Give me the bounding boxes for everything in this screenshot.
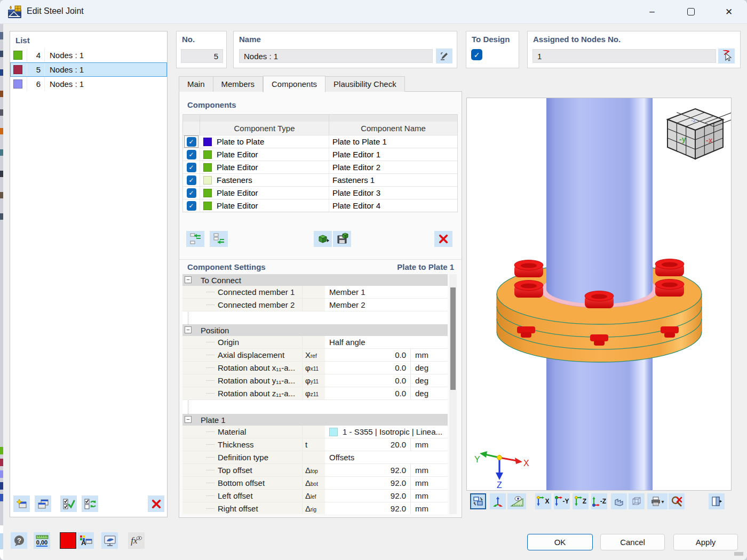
delete-joint-button[interactable] bbox=[148, 495, 164, 512]
view-x-button[interactable]: X bbox=[535, 493, 551, 509]
row-checkbox[interactable]: ✓ bbox=[187, 201, 196, 211]
setting-value[interactable]: Half angle bbox=[325, 336, 448, 348]
setting-value[interactable]: 92.0 bbox=[325, 502, 410, 514]
joint-list-panel: List 4 Nodes : 1 5 Nodes : 1 6 Nodes : 1 bbox=[10, 31, 168, 517]
to-design-checkbox[interactable]: ✓ bbox=[471, 49, 482, 60]
column-component-type: Component Type bbox=[200, 122, 329, 135]
check-icon: ✓ bbox=[188, 151, 194, 158]
row-checkbox[interactable]: ✓ bbox=[187, 163, 196, 172]
arrow-insert-below-icon bbox=[212, 233, 225, 245]
resize-grip[interactable] bbox=[734, 552, 743, 556]
setting-value[interactable]: 0.0 bbox=[325, 374, 410, 387]
setting-row: Axial displacement Xref 0.0 mm bbox=[182, 349, 448, 362]
row-checkbox[interactable]: ✓ bbox=[187, 188, 196, 198]
select-nodes-button[interactable] bbox=[718, 49, 735, 63]
display-settings-button[interactable] bbox=[101, 532, 118, 549]
assigned-nodes-field[interactable]: 1 bbox=[533, 49, 716, 63]
view-z-button[interactable]: Z bbox=[573, 493, 589, 509]
collapse-icon[interactable]: − bbox=[185, 276, 192, 283]
tab-components[interactable]: Components bbox=[263, 76, 325, 92]
setting-row: Definition type Offsets bbox=[182, 451, 448, 464]
setting-value[interactable]: 92.0 bbox=[325, 464, 410, 476]
setting-value[interactable]: 0.0 bbox=[325, 349, 410, 361]
cancel-zoom-button[interactable] bbox=[669, 493, 685, 509]
table-row[interactable]: ✓ Plate Editor Plate Editor 1 bbox=[183, 148, 457, 161]
setting-value[interactable]: 20.0 bbox=[325, 438, 410, 451]
rename-button[interactable] bbox=[436, 49, 452, 63]
copy-joint-button[interactable] bbox=[35, 495, 51, 512]
name-field[interactable]: Nodes : 1 bbox=[239, 49, 433, 63]
color-swatch-button[interactable] bbox=[60, 532, 76, 549]
select-all-button[interactable] bbox=[60, 495, 77, 512]
display-properties-button[interactable]: A bbox=[77, 532, 94, 549]
list-item-5-selected[interactable]: 5 Nodes : 1 bbox=[10, 62, 167, 77]
group-header[interactable]: − Plate 1 bbox=[182, 414, 448, 426]
list-item-4[interactable]: 4 Nodes : 1 bbox=[10, 48, 167, 62]
setting-value[interactable]: 0.0 bbox=[325, 387, 410, 399]
table-row[interactable]: ✓ Fasteners Fasteners 1 bbox=[183, 173, 457, 186]
coordinate-system-button[interactable] bbox=[490, 493, 506, 509]
view-settings-button[interactable] bbox=[507, 493, 526, 509]
scrollbar-thumb[interactable] bbox=[450, 287, 456, 390]
tab-main[interactable]: Main bbox=[179, 76, 213, 92]
insert-component-above-button[interactable] bbox=[186, 231, 204, 247]
list-item-6[interactable]: 6 Nodes : 1 bbox=[10, 77, 167, 91]
units-settings-button[interactable]: 0,00 bbox=[34, 532, 50, 549]
edit-steel-joint-dialog: Edit Steel Joint – ✕ List 4 Nodes : 1 5 … bbox=[0, 0, 747, 560]
row-checkbox[interactable]: ✓ bbox=[187, 137, 196, 147]
side-panel-button[interactable] bbox=[709, 493, 725, 509]
tab-members[interactable]: Members bbox=[213, 76, 264, 92]
setting-value[interactable]: Member 2 bbox=[325, 299, 448, 311]
setting-value[interactable]: 1 - S355 | Isotropic | Linea... bbox=[325, 426, 448, 438]
group-header[interactable]: − Position bbox=[182, 324, 448, 336]
help-button[interactable]: ? bbox=[11, 532, 27, 549]
print-button[interactable]: ▾ bbox=[647, 493, 667, 509]
view-minus-z-button[interactable]: -Z bbox=[591, 493, 607, 509]
import-component-button[interactable] bbox=[314, 231, 332, 247]
setting-row: Origin Half angle bbox=[182, 336, 448, 349]
invert-selection-button[interactable] bbox=[82, 495, 98, 512]
fit-view-button[interactable] bbox=[470, 493, 486, 509]
table-row[interactable]: ✓ Plate to Plate Plate to Plate 1 bbox=[183, 135, 457, 148]
apply-button[interactable]: Apply bbox=[673, 534, 738, 550]
insert-component-below-button[interactable] bbox=[210, 231, 228, 247]
setting-value[interactable]: 0.0 bbox=[325, 362, 410, 374]
group-header[interactable]: − To Connect bbox=[182, 274, 448, 286]
row-checkbox[interactable]: ✓ bbox=[187, 150, 196, 159]
collapse-icon[interactable]: − bbox=[185, 416, 192, 423]
minimize-icon: – bbox=[649, 6, 654, 17]
solid-display-button[interactable] bbox=[611, 493, 627, 509]
pick-cursor-icon bbox=[721, 50, 732, 62]
navigation-cube[interactable]: -y -x -z bbox=[667, 109, 731, 159]
table-row[interactable]: ✓ Plate Editor Plate Editor 4 bbox=[183, 199, 457, 212]
solid-model-icon bbox=[614, 496, 624, 507]
new-joint-button[interactable] bbox=[13, 495, 30, 512]
view-x-label: X bbox=[545, 498, 549, 505]
maximize-button[interactable] bbox=[679, 0, 703, 23]
formula-button[interactable]: fx bbox=[128, 532, 145, 549]
wireframe-display-button[interactable] bbox=[629, 493, 645, 509]
setting-row: Thickness t 20.0 mm bbox=[182, 438, 448, 451]
collapse-icon[interactable]: − bbox=[185, 326, 192, 333]
setting-value[interactable]: 92.0 bbox=[325, 477, 410, 489]
3d-viewport[interactable]: -y -x -z X Y Z bbox=[466, 98, 732, 491]
close-button[interactable]: ✕ bbox=[717, 0, 741, 23]
settings-scrollbar[interactable] bbox=[449, 274, 457, 514]
setting-value[interactable]: Offsets bbox=[325, 451, 448, 463]
setting-value[interactable]: 92.0 bbox=[325, 490, 410, 502]
view-minus-z-icon bbox=[592, 496, 600, 507]
setting-value[interactable]: Member 1 bbox=[325, 286, 448, 298]
ok-button[interactable]: OK bbox=[527, 534, 593, 550]
check-all-icon bbox=[62, 498, 75, 510]
view-minus-y-button[interactable]: -Y bbox=[554, 493, 570, 509]
no-field[interactable]: 5 bbox=[181, 49, 223, 63]
axes-triad: X Y Z bbox=[474, 451, 529, 490]
tab-plausibility-check[interactable]: Plausibility Check bbox=[325, 76, 405, 92]
table-row[interactable]: ✓ Plate Editor Plate Editor 2 bbox=[183, 161, 457, 173]
delete-component-button[interactable] bbox=[434, 231, 452, 247]
save-component-button[interactable] bbox=[333, 231, 351, 247]
minimize-button[interactable]: – bbox=[640, 0, 664, 23]
table-row[interactable]: ✓ Plate Editor Plate Editor 3 bbox=[183, 186, 457, 199]
row-checkbox[interactable]: ✓ bbox=[187, 175, 196, 185]
cancel-button[interactable]: Cancel bbox=[600, 534, 665, 550]
